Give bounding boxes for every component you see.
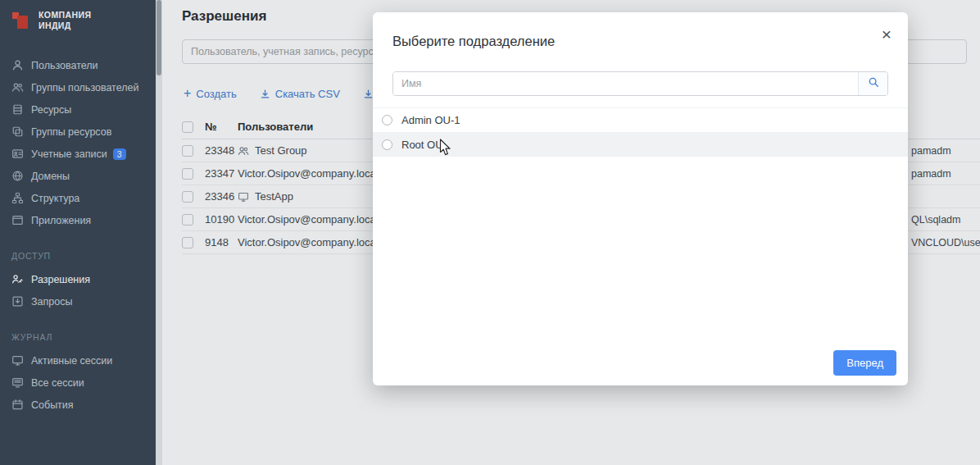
search-icon: [868, 76, 879, 91]
close-icon[interactable]: ×: [882, 25, 892, 43]
ou-option-list: Admin OU-1 Root OU: [373, 107, 908, 157]
modal-search-input[interactable]: [393, 72, 858, 95]
select-ou-modal: Выберите подразделение × Admin OU-1 Root…: [373, 12, 908, 385]
ou-option-label: Root OU: [402, 139, 443, 151]
page: КОМПАНИЯ ИНДИД Пользователи Группы польз…: [0, 0, 980, 465]
search-button[interactable]: [858, 72, 887, 95]
modal-search: [392, 71, 888, 96]
ou-option-label: Admin OU-1: [402, 114, 461, 126]
radio-button[interactable]: [382, 139, 392, 150]
ou-option-root-ou[interactable]: Root OU: [373, 132, 908, 157]
next-button[interactable]: Вперед: [833, 350, 896, 376]
radio-button[interactable]: [382, 115, 392, 125]
modal-title: Выберите подразделение: [392, 34, 555, 49]
ou-option-admin-ou-1[interactable]: Admin OU-1: [373, 107, 908, 132]
